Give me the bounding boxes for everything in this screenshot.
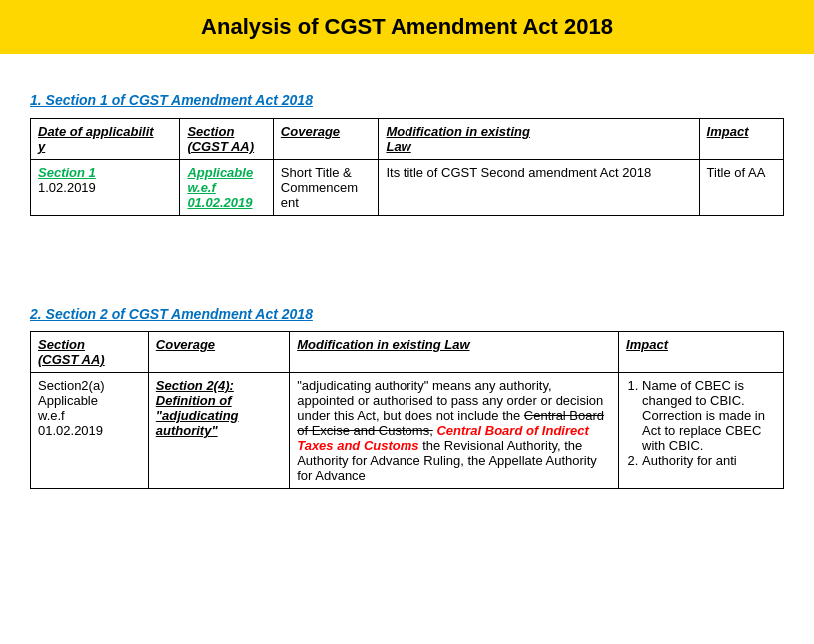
s2-coverage-cell: Section 2(4):Definition of"adjudicatinga… xyxy=(148,373,289,489)
s2-col-impact: Impact xyxy=(619,332,784,373)
s2-impact-item2: Authority for anti xyxy=(642,453,776,468)
s1-impact-text: Title of AA xyxy=(707,165,766,180)
s2-col-section: Section(CGST AA) xyxy=(31,332,149,373)
section1-heading: 1. Section 1 of CGST Amendment Act 2018 xyxy=(30,92,784,108)
s1-coverage-text: Short Title &Commencement xyxy=(281,165,358,210)
s1-applicable: Applicablew.e.f01.02.2019 xyxy=(187,165,253,210)
s2-impact-item1: Name of CBEC is changed to CBIC. Correct… xyxy=(642,378,776,453)
s1-date-num: 1.02.2019 xyxy=(38,180,96,195)
section2-table: Section(CGST AA) Coverage Modification i… xyxy=(30,331,784,489)
col-modification: Modification in existingLaw xyxy=(379,119,699,160)
page-title: Analysis of CGST Amendment Act 2018 xyxy=(0,0,814,54)
s2-modification-cell: "adjudicating authority" means any autho… xyxy=(290,373,619,489)
s1-coverage-cell: Short Title &Commencement xyxy=(273,160,379,216)
col-date: Date of applicability xyxy=(31,119,180,160)
s2-col-modification: Modification in existing Law xyxy=(290,332,619,373)
col-section-cgst: Section(CGST AA) xyxy=(180,119,273,160)
col-coverage: Coverage xyxy=(273,119,379,160)
col-impact: Impact xyxy=(699,119,783,160)
s2-section-text: Section2(a)Applicablew.e.f01.02.2019 xyxy=(38,378,104,438)
s2-impact-cell: Name of CBEC is changed to CBIC. Correct… xyxy=(619,373,784,489)
s1-impact-cell: Title of AA xyxy=(699,160,783,216)
s1-date-cell: Section 1 1.02.2019 xyxy=(31,160,180,216)
s1-modification-text: Its title of CGST Second amendment Act 2… xyxy=(386,165,651,180)
s1-section-cell: Applicablew.e.f01.02.2019 xyxy=(180,160,273,216)
s2-coverage-label: Section 2(4):Definition of"adjudicatinga… xyxy=(156,378,239,438)
section2-heading: 2. Section 2 of CGST Amendment Act 2018 xyxy=(30,306,784,322)
s2-section-cell: Section2(a)Applicablew.e.f01.02.2019 xyxy=(31,373,149,489)
section1-table: Date of applicability Section(CGST AA) C… xyxy=(30,118,784,216)
s2-col-coverage: Coverage xyxy=(148,332,289,373)
s1-modification-cell: Its title of CGST Second amendment Act 2… xyxy=(379,160,699,216)
s1-date-value: Section 1 xyxy=(38,165,96,180)
